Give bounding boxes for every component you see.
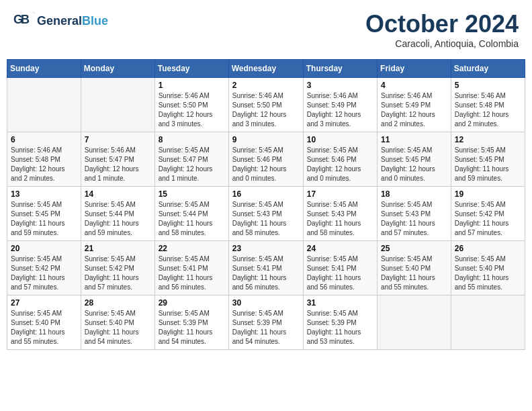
day-info: Sunrise: 5:45 AM Sunset: 5:42 PM Dayligh… — [455, 200, 521, 238]
calendar-cell: 5Sunrise: 5:46 AM Sunset: 5:48 PM Daylig… — [451, 78, 525, 132]
day-number: 8 — [159, 135, 225, 144]
calendar-cell: 20Sunrise: 5:45 AM Sunset: 5:42 PM Dayli… — [7, 241, 81, 295]
day-info: Sunrise: 5:45 AM Sunset: 5:45 PM Dayligh… — [455, 146, 521, 183]
day-info: Sunrise: 5:46 AM Sunset: 5:48 PM Dayligh… — [11, 146, 77, 183]
calendar-cell — [378, 295, 451, 350]
svg-marker-2 — [31, 13, 35, 17]
calendar-cell: 13Sunrise: 5:45 AM Sunset: 5:45 PM Dayli… — [7, 187, 81, 241]
day-number: 5 — [455, 81, 521, 90]
calendar-cell: 24Sunrise: 5:45 AM Sunset: 5:41 PM Dayli… — [303, 241, 377, 295]
day-number: 12 — [455, 135, 521, 144]
calendar-week-2: 6Sunrise: 5:46 AM Sunset: 5:48 PM Daylig… — [7, 132, 525, 187]
calendar-cell: 15Sunrise: 5:45 AM Sunset: 5:44 PM Dayli… — [154, 187, 228, 241]
day-number: 10 — [307, 135, 373, 144]
calendar-cell: 14Sunrise: 5:45 AM Sunset: 5:44 PM Dayli… — [81, 187, 154, 241]
calendar-cell: 2Sunrise: 5:46 AM Sunset: 5:50 PM Daylig… — [228, 78, 303, 132]
day-info: Sunrise: 5:45 AM Sunset: 5:43 PM Dayligh… — [381, 200, 447, 238]
calendar-cell: 21Sunrise: 5:45 AM Sunset: 5:42 PM Dayli… — [81, 241, 154, 295]
calendar-cell: 12Sunrise: 5:45 AM Sunset: 5:45 PM Dayli… — [451, 132, 525, 187]
title-block: October 2024 Caracoli, Antioquia, Colomb… — [365, 10, 519, 49]
day-info: Sunrise: 5:46 AM Sunset: 5:47 PM Dayligh… — [85, 146, 151, 183]
day-info: Sunrise: 5:45 AM Sunset: 5:41 PM Dayligh… — [232, 255, 300, 292]
day-info: Sunrise: 5:46 AM Sunset: 5:50 PM Dayligh… — [232, 91, 300, 129]
day-number: 14 — [85, 189, 151, 199]
day-info: Sunrise: 5:46 AM Sunset: 5:50 PM Dayligh… — [159, 91, 225, 129]
page-header: G B GeneralBlue October 2024 Caracoli, A… — [7, 7, 525, 52]
calendar-cell: 3Sunrise: 5:46 AM Sunset: 5:49 PM Daylig… — [303, 78, 377, 132]
day-number: 19 — [455, 189, 521, 199]
calendar-cell: 6Sunrise: 5:46 AM Sunset: 5:48 PM Daylig… — [7, 132, 81, 187]
calendar-cell: 25Sunrise: 5:45 AM Sunset: 5:40 PM Dayli… — [378, 241, 451, 295]
calendar-cell: 27Sunrise: 5:45 AM Sunset: 5:40 PM Dayli… — [7, 295, 81, 350]
calendar-week-4: 20Sunrise: 5:45 AM Sunset: 5:42 PM Dayli… — [7, 241, 525, 295]
day-info: Sunrise: 5:45 AM Sunset: 5:43 PM Dayligh… — [232, 200, 300, 238]
day-info: Sunrise: 5:45 AM Sunset: 5:47 PM Dayligh… — [159, 146, 225, 183]
day-info: Sunrise: 5:45 AM Sunset: 5:40 PM Dayligh… — [455, 255, 521, 292]
calendar-cell: 18Sunrise: 5:45 AM Sunset: 5:43 PM Dayli… — [378, 187, 451, 241]
day-info: Sunrise: 5:45 AM Sunset: 5:40 PM Dayligh… — [11, 309, 77, 347]
day-info: Sunrise: 5:46 AM Sunset: 5:49 PM Dayligh… — [307, 91, 373, 129]
day-number: 6 — [11, 135, 77, 144]
logo: G B GeneralBlue — [13, 10, 108, 32]
calendar-cell: 16Sunrise: 5:45 AM Sunset: 5:43 PM Dayli… — [228, 187, 303, 241]
calendar-cell: 11Sunrise: 5:45 AM Sunset: 5:45 PM Dayli… — [378, 132, 451, 187]
day-number: 25 — [381, 244, 447, 253]
calendar-cell: 31Sunrise: 5:45 AM Sunset: 5:39 PM Dayli… — [303, 295, 377, 350]
calendar-cell: 4Sunrise: 5:46 AM Sunset: 5:49 PM Daylig… — [378, 78, 451, 132]
logo-icon: G B — [13, 10, 35, 32]
day-info: Sunrise: 5:45 AM Sunset: 5:39 PM Dayligh… — [232, 309, 300, 347]
day-number: 30 — [232, 298, 300, 308]
calendar-cell — [451, 295, 525, 350]
day-number: 2 — [232, 81, 300, 90]
logo-blue: Blue — [82, 14, 108, 28]
day-number: 15 — [159, 189, 225, 199]
weekday-header-tuesday: Tuesday — [154, 60, 228, 78]
day-number: 26 — [455, 244, 521, 253]
day-info: Sunrise: 5:45 AM Sunset: 5:46 PM Dayligh… — [307, 146, 373, 183]
weekday-header-friday: Friday — [378, 60, 451, 78]
calendar-cell: 10Sunrise: 5:45 AM Sunset: 5:46 PM Dayli… — [303, 132, 377, 187]
day-number: 31 — [307, 298, 373, 308]
weekday-header-saturday: Saturday — [451, 60, 525, 78]
calendar-cell: 9Sunrise: 5:45 AM Sunset: 5:46 PM Daylig… — [228, 132, 303, 187]
svg-marker-3 — [32, 11, 35, 15]
calendar-cell: 1Sunrise: 5:46 AM Sunset: 5:50 PM Daylig… — [154, 78, 228, 132]
weekday-header-row: SundayMondayTuesdayWednesdayThursdayFrid… — [7, 60, 525, 78]
svg-text:B: B — [21, 13, 30, 26]
day-number: 20 — [11, 244, 77, 253]
calendar-cell — [7, 78, 81, 132]
calendar-week-5: 27Sunrise: 5:45 AM Sunset: 5:40 PM Dayli… — [7, 295, 525, 350]
day-number: 24 — [307, 244, 373, 253]
day-number: 3 — [307, 81, 373, 90]
logo-general: General — [37, 14, 82, 28]
day-info: Sunrise: 5:45 AM Sunset: 5:42 PM Dayligh… — [11, 255, 77, 292]
weekday-header-sunday: Sunday — [7, 60, 81, 78]
day-number: 21 — [85, 244, 151, 253]
day-info: Sunrise: 5:45 AM Sunset: 5:43 PM Dayligh… — [307, 200, 373, 238]
day-number: 1 — [159, 81, 225, 90]
day-number: 9 — [232, 135, 300, 144]
day-info: Sunrise: 5:45 AM Sunset: 5:42 PM Dayligh… — [85, 255, 151, 292]
calendar-cell: 23Sunrise: 5:45 AM Sunset: 5:41 PM Dayli… — [228, 241, 303, 295]
calendar-cell: 30Sunrise: 5:45 AM Sunset: 5:39 PM Dayli… — [228, 295, 303, 350]
day-info: Sunrise: 5:45 AM Sunset: 5:44 PM Dayligh… — [85, 200, 151, 238]
day-info: Sunrise: 5:45 AM Sunset: 5:40 PM Dayligh… — [85, 309, 151, 347]
day-number: 18 — [381, 189, 447, 199]
month-title: October 2024 — [365, 10, 519, 38]
calendar-cell: 26Sunrise: 5:45 AM Sunset: 5:40 PM Dayli… — [451, 241, 525, 295]
day-number: 16 — [232, 189, 300, 199]
day-number: 13 — [11, 189, 77, 199]
day-info: Sunrise: 5:45 AM Sunset: 5:40 PM Dayligh… — [381, 255, 447, 292]
day-info: Sunrise: 5:45 AM Sunset: 5:45 PM Dayligh… — [11, 200, 77, 238]
calendar-week-3: 13Sunrise: 5:45 AM Sunset: 5:45 PM Dayli… — [7, 187, 525, 241]
day-info: Sunrise: 5:45 AM Sunset: 5:39 PM Dayligh… — [159, 309, 225, 347]
calendar-cell: 8Sunrise: 5:45 AM Sunset: 5:47 PM Daylig… — [154, 132, 228, 187]
day-number: 4 — [381, 81, 447, 90]
location-subtitle: Caracoli, Antioquia, Colombia — [365, 38, 519, 49]
day-info: Sunrise: 5:45 AM Sunset: 5:41 PM Dayligh… — [307, 255, 373, 292]
day-number: 7 — [85, 135, 151, 144]
calendar-week-1: 1Sunrise: 5:46 AM Sunset: 5:50 PM Daylig… — [7, 78, 525, 132]
day-info: Sunrise: 5:45 AM Sunset: 5:41 PM Dayligh… — [159, 255, 225, 292]
weekday-header-wednesday: Wednesday — [228, 60, 303, 78]
day-info: Sunrise: 5:45 AM Sunset: 5:39 PM Dayligh… — [307, 309, 373, 347]
